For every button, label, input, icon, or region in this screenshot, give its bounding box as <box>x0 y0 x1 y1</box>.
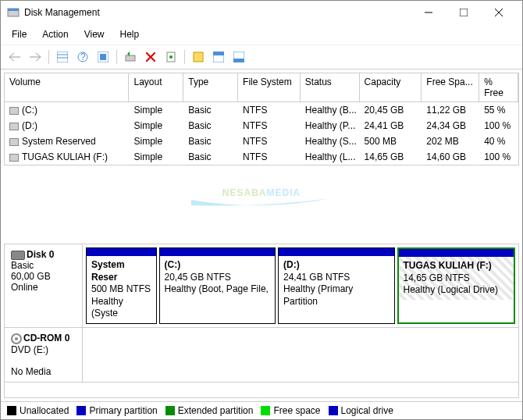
col-filesystem[interactable]: File System <box>238 73 301 101</box>
action-icon[interactable] <box>189 48 208 66</box>
disk-icon <box>11 251 25 260</box>
table-row[interactable]: (D:) Simple Basic NTFS Healthy (P... 24,… <box>5 118 518 133</box>
partition[interactable]: (D:)24,41 GB NTFSHealthy (Primary Partit… <box>278 247 395 324</box>
titlebar: Disk Management <box>1 1 522 24</box>
menu-action[interactable]: Action <box>34 26 76 43</box>
legend: Unallocated Primary partition Extended p… <box>1 401 522 419</box>
svg-point-17 <box>169 55 173 59</box>
back-button[interactable] <box>5 48 24 66</box>
delete-icon[interactable] <box>141 48 160 66</box>
legend-extended: Extended partition <box>165 405 254 416</box>
col-capacity[interactable]: Capacity <box>360 73 422 101</box>
legend-unallocated: Unallocated <box>7 405 69 416</box>
svg-rect-6 <box>57 52 68 62</box>
settings-icon[interactable] <box>94 48 112 66</box>
svg-rect-1 <box>8 9 19 11</box>
svg-rect-22 <box>233 59 244 62</box>
table-row[interactable]: (C:) Simple Basic NTFS Healthy (B... 20,… <box>5 102 518 118</box>
window-title: Disk Management <box>24 7 411 18</box>
table-row[interactable]: System Reserved Simple Basic NTFS Health… <box>5 133 518 149</box>
panel-top-icon[interactable] <box>209 48 228 66</box>
panel-bottom-icon[interactable] <box>229 48 248 66</box>
svg-rect-20 <box>213 52 224 55</box>
disk-0-partitions: System Reser500 MB NTFSHealthy (Syste(C:… <box>83 244 518 327</box>
col-freespace[interactable]: Free Spa... <box>422 73 479 101</box>
menu-file[interactable]: File <box>4 26 34 43</box>
col-type[interactable]: Type <box>183 73 238 101</box>
legend-free: Free space <box>261 405 320 416</box>
partition[interactable]: (C:)20,45 GB NTFSHealthy (Boot, Page Fil… <box>159 247 276 324</box>
close-button[interactable] <box>481 2 516 23</box>
disk-0-row: Disk 0 Basic 60,00 GB Online System Rese… <box>5 244 518 328</box>
menu-help[interactable]: Help <box>112 26 148 43</box>
legend-primary: Primary partition <box>76 405 157 416</box>
col-status[interactable]: Status <box>301 73 360 101</box>
view-list-icon[interactable] <box>53 48 72 66</box>
col-volume[interactable]: Volume <box>5 73 129 101</box>
cdrom-row: CD-ROM 0 DVD (E:) No Media <box>5 328 518 383</box>
cd-icon <box>11 333 22 344</box>
col-pctfree[interactable]: % Free <box>479 73 518 101</box>
disk-0-label[interactable]: Disk 0 Basic 60,00 GB Online <box>5 244 83 327</box>
menu-view[interactable]: View <box>76 26 112 43</box>
watermark-swoosh <box>183 196 340 210</box>
maximize-button[interactable] <box>446 2 481 23</box>
partition[interactable]: System Reser500 MB NTFSHealthy (Syste <box>86 247 157 324</box>
separator <box>116 50 117 64</box>
svg-rect-13 <box>126 55 135 61</box>
graphical-view: Disk 0 Basic 60,00 GB Online System Rese… <box>4 244 519 398</box>
svg-text:?: ? <box>80 52 86 62</box>
window-controls <box>411 2 516 23</box>
help-icon[interactable]: ? <box>73 48 92 66</box>
volume-table: Volume Layout Type File System Status Ca… <box>4 73 519 166</box>
separator <box>184 50 185 64</box>
legend-logical: Logical drive <box>329 405 393 416</box>
cdrom-label[interactable]: CD-ROM 0 DVD (E:) No Media <box>5 328 83 382</box>
refresh-icon[interactable] <box>121 48 140 66</box>
separator <box>48 50 49 64</box>
svg-rect-12 <box>100 54 106 60</box>
col-layout[interactable]: Layout <box>129 73 183 101</box>
minimize-button[interactable] <box>411 2 446 23</box>
forward-button[interactable] <box>26 48 44 66</box>
cdrom-partitions <box>83 328 518 382</box>
svg-rect-18 <box>194 52 203 62</box>
table-row[interactable]: TUGAS KULIAH (F:) Simple Basic NTFS Heal… <box>5 149 518 165</box>
menubar: File Action View Help <box>1 24 522 45</box>
watermark: NESABAMEDIA <box>222 165 301 204</box>
properties-icon[interactable] <box>162 48 180 66</box>
app-icon <box>7 6 20 19</box>
toolbar: ? <box>1 45 522 69</box>
table-header: Volume Layout Type File System Status Ca… <box>5 73 518 102</box>
svg-rect-3 <box>460 9 468 16</box>
partition[interactable]: TUGAS KULIAH (F:)14,65 GB NTFSHealthy (L… <box>397 247 516 324</box>
